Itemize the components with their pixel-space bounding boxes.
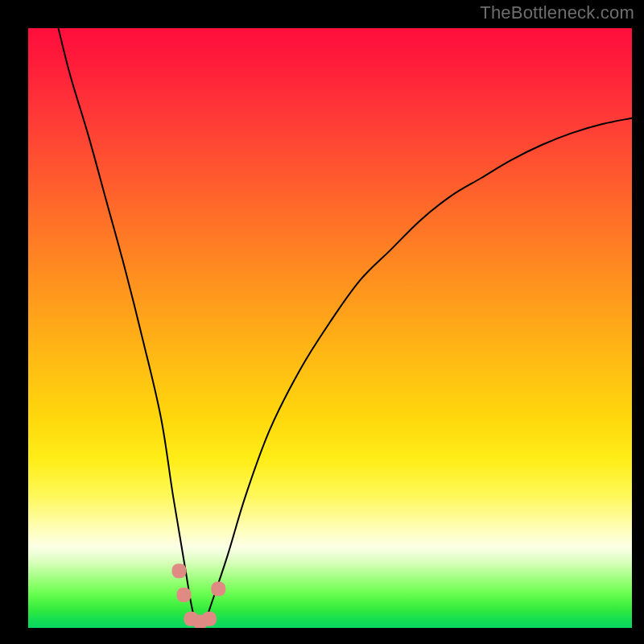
data-marker [202,612,217,626]
attribution-text: TheBottleneck.com [480,2,634,23]
data-marker [177,588,192,602]
plot-area [28,28,632,628]
data-marker [211,582,225,597]
data-markers [172,564,226,628]
data-marker [172,564,187,578]
bottleneck-curve [59,28,633,628]
data-marker [184,612,199,626]
chart-container: TheBottleneck.com [0,0,644,644]
chart-overlay [28,28,632,628]
data-marker [193,615,208,628]
